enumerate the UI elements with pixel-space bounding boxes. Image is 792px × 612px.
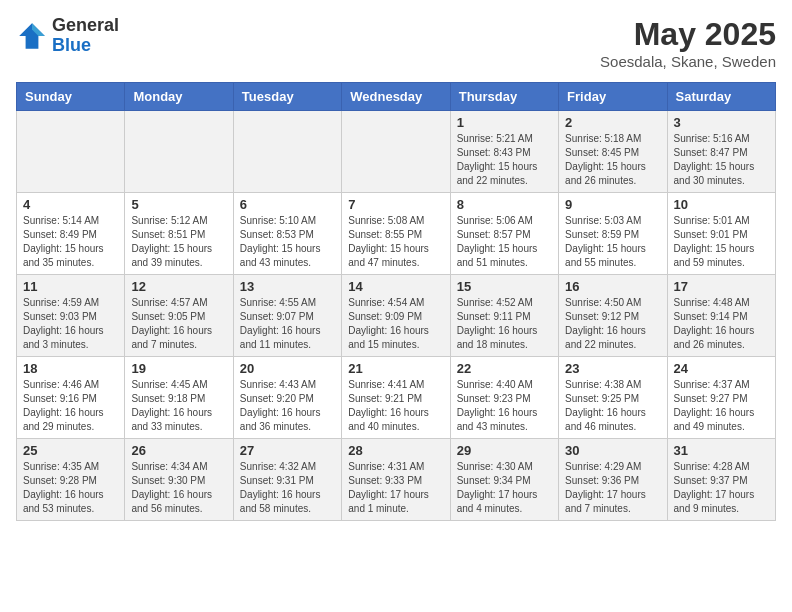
day-number: 1 — [457, 115, 552, 130]
day-cell: 29Sunrise: 4:30 AM Sunset: 9:34 PM Dayli… — [450, 439, 558, 521]
day-cell: 22Sunrise: 4:40 AM Sunset: 9:23 PM Dayli… — [450, 357, 558, 439]
day-cell: 16Sunrise: 4:50 AM Sunset: 9:12 PM Dayli… — [559, 275, 667, 357]
day-number: 11 — [23, 279, 118, 294]
day-info: Sunrise: 4:30 AM Sunset: 9:34 PM Dayligh… — [457, 460, 552, 516]
day-info: Sunrise: 4:34 AM Sunset: 9:30 PM Dayligh… — [131, 460, 226, 516]
weekday-header-friday: Friday — [559, 83, 667, 111]
day-info: Sunrise: 4:37 AM Sunset: 9:27 PM Dayligh… — [674, 378, 769, 434]
day-info: Sunrise: 5:03 AM Sunset: 8:59 PM Dayligh… — [565, 214, 660, 270]
day-number: 5 — [131, 197, 226, 212]
day-info: Sunrise: 4:54 AM Sunset: 9:09 PM Dayligh… — [348, 296, 443, 352]
month-title: May 2025 — [600, 16, 776, 53]
day-info: Sunrise: 5:06 AM Sunset: 8:57 PM Dayligh… — [457, 214, 552, 270]
day-cell: 27Sunrise: 4:32 AM Sunset: 9:31 PM Dayli… — [233, 439, 341, 521]
day-cell: 31Sunrise: 4:28 AM Sunset: 9:37 PM Dayli… — [667, 439, 775, 521]
day-info: Sunrise: 4:48 AM Sunset: 9:14 PM Dayligh… — [674, 296, 769, 352]
day-cell: 17Sunrise: 4:48 AM Sunset: 9:14 PM Dayli… — [667, 275, 775, 357]
day-number: 9 — [565, 197, 660, 212]
day-number: 7 — [348, 197, 443, 212]
day-number: 28 — [348, 443, 443, 458]
day-cell: 13Sunrise: 4:55 AM Sunset: 9:07 PM Dayli… — [233, 275, 341, 357]
title-block: May 2025 Soesdala, Skane, Sweden — [600, 16, 776, 70]
day-cell: 24Sunrise: 4:37 AM Sunset: 9:27 PM Dayli… — [667, 357, 775, 439]
day-cell: 7Sunrise: 5:08 AM Sunset: 8:55 PM Daylig… — [342, 193, 450, 275]
day-cell — [233, 111, 341, 193]
day-cell: 15Sunrise: 4:52 AM Sunset: 9:11 PM Dayli… — [450, 275, 558, 357]
day-number: 14 — [348, 279, 443, 294]
day-info: Sunrise: 4:46 AM Sunset: 9:16 PM Dayligh… — [23, 378, 118, 434]
weekday-header-saturday: Saturday — [667, 83, 775, 111]
day-cell: 2Sunrise: 5:18 AM Sunset: 8:45 PM Daylig… — [559, 111, 667, 193]
day-info: Sunrise: 4:35 AM Sunset: 9:28 PM Dayligh… — [23, 460, 118, 516]
day-number: 25 — [23, 443, 118, 458]
day-number: 30 — [565, 443, 660, 458]
day-cell — [17, 111, 125, 193]
day-number: 17 — [674, 279, 769, 294]
day-number: 10 — [674, 197, 769, 212]
logo: General Blue — [16, 16, 119, 56]
day-number: 2 — [565, 115, 660, 130]
day-info: Sunrise: 5:01 AM Sunset: 9:01 PM Dayligh… — [674, 214, 769, 270]
day-cell: 12Sunrise: 4:57 AM Sunset: 9:05 PM Dayli… — [125, 275, 233, 357]
week-row-1: 1Sunrise: 5:21 AM Sunset: 8:43 PM Daylig… — [17, 111, 776, 193]
weekday-header-wednesday: Wednesday — [342, 83, 450, 111]
day-number: 24 — [674, 361, 769, 376]
day-number: 15 — [457, 279, 552, 294]
day-cell: 8Sunrise: 5:06 AM Sunset: 8:57 PM Daylig… — [450, 193, 558, 275]
day-info: Sunrise: 4:55 AM Sunset: 9:07 PM Dayligh… — [240, 296, 335, 352]
day-number: 18 — [23, 361, 118, 376]
day-info: Sunrise: 4:29 AM Sunset: 9:36 PM Dayligh… — [565, 460, 660, 516]
day-info: Sunrise: 4:38 AM Sunset: 9:25 PM Dayligh… — [565, 378, 660, 434]
weekday-header-row: SundayMondayTuesdayWednesdayThursdayFrid… — [17, 83, 776, 111]
day-cell: 25Sunrise: 4:35 AM Sunset: 9:28 PM Dayli… — [17, 439, 125, 521]
day-number: 12 — [131, 279, 226, 294]
day-number: 29 — [457, 443, 552, 458]
day-cell: 20Sunrise: 4:43 AM Sunset: 9:20 PM Dayli… — [233, 357, 341, 439]
day-info: Sunrise: 4:41 AM Sunset: 9:21 PM Dayligh… — [348, 378, 443, 434]
day-cell: 21Sunrise: 4:41 AM Sunset: 9:21 PM Dayli… — [342, 357, 450, 439]
day-info: Sunrise: 4:59 AM Sunset: 9:03 PM Dayligh… — [23, 296, 118, 352]
day-cell: 19Sunrise: 4:45 AM Sunset: 9:18 PM Dayli… — [125, 357, 233, 439]
weekday-header-tuesday: Tuesday — [233, 83, 341, 111]
day-info: Sunrise: 5:21 AM Sunset: 8:43 PM Dayligh… — [457, 132, 552, 188]
weekday-header-monday: Monday — [125, 83, 233, 111]
page-header: General Blue May 2025 Soesdala, Skane, S… — [16, 16, 776, 70]
day-info: Sunrise: 5:14 AM Sunset: 8:49 PM Dayligh… — [23, 214, 118, 270]
day-cell: 11Sunrise: 4:59 AM Sunset: 9:03 PM Dayli… — [17, 275, 125, 357]
day-info: Sunrise: 5:18 AM Sunset: 8:45 PM Dayligh… — [565, 132, 660, 188]
day-number: 19 — [131, 361, 226, 376]
day-info: Sunrise: 5:10 AM Sunset: 8:53 PM Dayligh… — [240, 214, 335, 270]
week-row-4: 18Sunrise: 4:46 AM Sunset: 9:16 PM Dayli… — [17, 357, 776, 439]
weekday-header-sunday: Sunday — [17, 83, 125, 111]
day-info: Sunrise: 4:40 AM Sunset: 9:23 PM Dayligh… — [457, 378, 552, 434]
day-cell: 30Sunrise: 4:29 AM Sunset: 9:36 PM Dayli… — [559, 439, 667, 521]
day-number: 23 — [565, 361, 660, 376]
day-number: 27 — [240, 443, 335, 458]
day-cell — [125, 111, 233, 193]
day-info: Sunrise: 5:08 AM Sunset: 8:55 PM Dayligh… — [348, 214, 443, 270]
day-cell — [342, 111, 450, 193]
day-cell: 28Sunrise: 4:31 AM Sunset: 9:33 PM Dayli… — [342, 439, 450, 521]
day-info: Sunrise: 4:32 AM Sunset: 9:31 PM Dayligh… — [240, 460, 335, 516]
day-cell: 18Sunrise: 4:46 AM Sunset: 9:16 PM Dayli… — [17, 357, 125, 439]
day-cell: 10Sunrise: 5:01 AM Sunset: 9:01 PM Dayli… — [667, 193, 775, 275]
week-row-2: 4Sunrise: 5:14 AM Sunset: 8:49 PM Daylig… — [17, 193, 776, 275]
day-info: Sunrise: 4:43 AM Sunset: 9:20 PM Dayligh… — [240, 378, 335, 434]
calendar-table: SundayMondayTuesdayWednesdayThursdayFrid… — [16, 82, 776, 521]
location: Soesdala, Skane, Sweden — [600, 53, 776, 70]
day-number: 16 — [565, 279, 660, 294]
day-info: Sunrise: 4:50 AM Sunset: 9:12 PM Dayligh… — [565, 296, 660, 352]
day-number: 20 — [240, 361, 335, 376]
day-info: Sunrise: 5:16 AM Sunset: 8:47 PM Dayligh… — [674, 132, 769, 188]
day-cell: 1Sunrise: 5:21 AM Sunset: 8:43 PM Daylig… — [450, 111, 558, 193]
day-number: 13 — [240, 279, 335, 294]
week-row-3: 11Sunrise: 4:59 AM Sunset: 9:03 PM Dayli… — [17, 275, 776, 357]
day-info: Sunrise: 4:45 AM Sunset: 9:18 PM Dayligh… — [131, 378, 226, 434]
day-number: 31 — [674, 443, 769, 458]
day-cell: 23Sunrise: 4:38 AM Sunset: 9:25 PM Dayli… — [559, 357, 667, 439]
day-info: Sunrise: 4:28 AM Sunset: 9:37 PM Dayligh… — [674, 460, 769, 516]
day-cell: 9Sunrise: 5:03 AM Sunset: 8:59 PM Daylig… — [559, 193, 667, 275]
day-number: 8 — [457, 197, 552, 212]
day-number: 6 — [240, 197, 335, 212]
day-cell: 26Sunrise: 4:34 AM Sunset: 9:30 PM Dayli… — [125, 439, 233, 521]
